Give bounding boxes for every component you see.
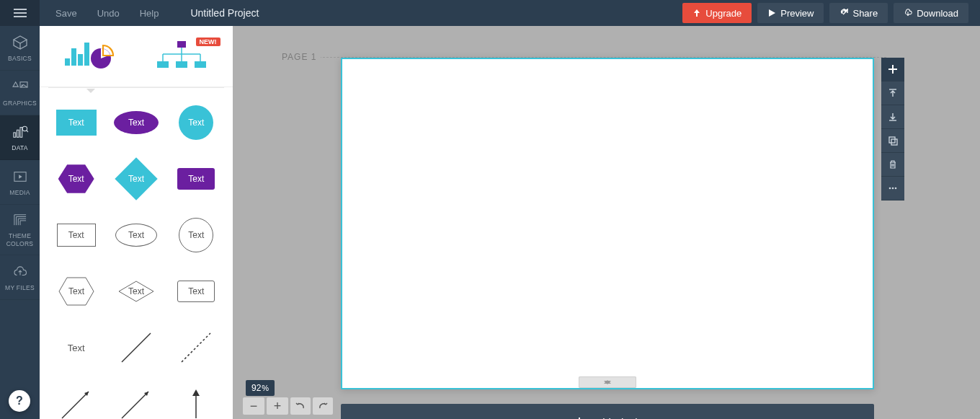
rail-data-label: DATA [12,144,28,151]
share-button[interactable]: Share [829,3,888,23]
zoom-indicator: 92% [246,380,275,396]
swatch-icon [11,212,30,228]
shape-diamond-outline[interactable]: Text [112,273,159,310]
svg-text:Text: Text [128,286,145,296]
rail-my-files[interactable]: MY FILES [0,255,40,300]
trash-icon [888,159,898,169]
shape-diamond-cyan[interactable]: Text [112,160,159,198]
svg-point-39 [892,188,894,190]
svg-rect-13 [177,41,186,48]
shape-line-dashed[interactable] [173,329,220,366]
share-label: Share [852,8,878,19]
rail-media[interactable]: MEDIA [0,160,40,205]
shape-ellipse-outline[interactable]: Text [112,216,159,254]
svg-text:Text: Text [68,286,85,296]
svg-line-28 [62,392,89,418]
svg-rect-21 [195,61,206,68]
shape-rect-cyan[interactable]: Text [53,104,99,141]
shape-arrow-2[interactable] [112,385,159,419]
shape-rounded-rect-outline[interactable]: Text [173,273,220,310]
menu-button[interactable] [0,0,40,26]
rail-media-label: MEDIA [9,189,30,196]
more-icon [888,183,898,193]
panel-divider [48,87,224,88]
rail-theme-colors-label: THEME COLORS [0,232,40,247]
shape-rounded-rect-purple[interactable]: Text [173,160,220,198]
chevron-down-icon [604,381,611,388]
play-icon [767,9,776,17]
shape-line-solid[interactable] [112,329,159,366]
page-canvas[interactable] [341,58,874,389]
redo-canvas-button[interactable] [313,397,333,415]
move-up-icon [888,88,898,98]
cloud-upload-icon [11,264,30,280]
shape-ellipse-purple[interactable]: Text [112,104,159,141]
cube-icon [11,35,30,50]
svg-rect-19 [157,61,169,68]
preview-button[interactable]: Preview [757,3,824,23]
svg-rect-11 [84,43,89,66]
shape-rect-outline[interactable]: Text [53,216,99,254]
new-badge: NEW! [196,38,220,46]
zoom-in-button[interactable]: + [267,397,288,415]
add-page-button[interactable] [881,58,904,81]
shape-circle-outline[interactable]: Text [173,216,220,254]
help-bubble[interactable]: ? [9,390,30,412]
svg-rect-10 [78,54,83,66]
download-button[interactable]: Download [894,3,968,23]
move-up-button[interactable] [881,81,904,105]
move-down-button[interactable] [881,105,904,129]
shape-hexagon-purple[interactable]: Text [53,160,99,198]
shape-arrow-1[interactable] [53,385,99,419]
tab-diagrams[interactable]: NEW! [141,35,223,78]
svg-point-40 [895,188,897,190]
upgrade-button[interactable]: Upgrade [682,3,752,23]
redo-icon [317,401,329,411]
shape-plain-text[interactable]: Text [53,329,99,366]
page-resize-handle[interactable] [579,376,636,388]
rail-graphics[interactable]: GRAPHICS [0,71,40,115]
svg-point-38 [889,188,891,190]
hamburger-icon [14,9,27,17]
zoom-out-button[interactable]: − [243,397,264,415]
upgrade-icon [692,9,701,17]
rail-basics[interactable]: BASICS [0,26,40,71]
plus-icon [888,64,898,74]
topbar: Save Undo Help Untitled Project Upgrade … [0,0,980,26]
shape-hexagon-outline[interactable]: Text [53,273,99,310]
preview-label: Preview [780,8,814,19]
panel-tabs: NEW! [40,26,233,87]
undo-canvas-button[interactable] [290,397,311,415]
undo-button[interactable]: Undo [97,8,120,19]
add-block-button[interactable]: Add Block [341,404,874,419]
rail-theme-colors[interactable]: THEME COLORS [0,205,40,255]
svg-rect-20 [176,61,187,68]
rail-data[interactable]: DATA [0,115,40,160]
svg-rect-8 [65,58,70,66]
delete-button[interactable] [881,153,904,177]
canvas-area: PAGE 1 Add Block 92% − + [233,26,980,419]
left-rail: BASICS GRAPHICS DATA MEDIA THEME COLORS … [0,26,40,419]
chart-icon [11,124,30,140]
project-title[interactable]: Untitled Project [190,7,259,19]
shape-circle-cyan[interactable]: Text [173,104,220,141]
duplicate-button[interactable] [881,129,904,153]
more-button[interactable] [881,177,904,200]
save-button[interactable]: Save [55,8,77,19]
tab-charts[interactable] [50,35,133,78]
svg-rect-36 [889,137,895,143]
svg-rect-3 [17,130,19,137]
shapes-grid: Text Text Text Text Text Text Text Text … [40,88,233,419]
shape-arrow-up[interactable] [173,385,220,419]
rail-graphics-label: GRAPHICS [3,100,37,107]
svg-rect-4 [20,127,22,137]
upgrade-label: Upgrade [705,8,741,19]
zoom-controls: − + [243,397,333,415]
move-down-icon [888,112,898,122]
help-button[interactable]: Help [140,8,159,19]
svg-rect-2 [13,132,15,136]
top-menu: Save Undo Help Untitled Project [40,0,259,26]
rail-basics-label: BASICS [8,55,32,62]
duplicate-icon [888,136,898,146]
topbar-actions: Upgrade Preview Share Download [682,3,980,23]
